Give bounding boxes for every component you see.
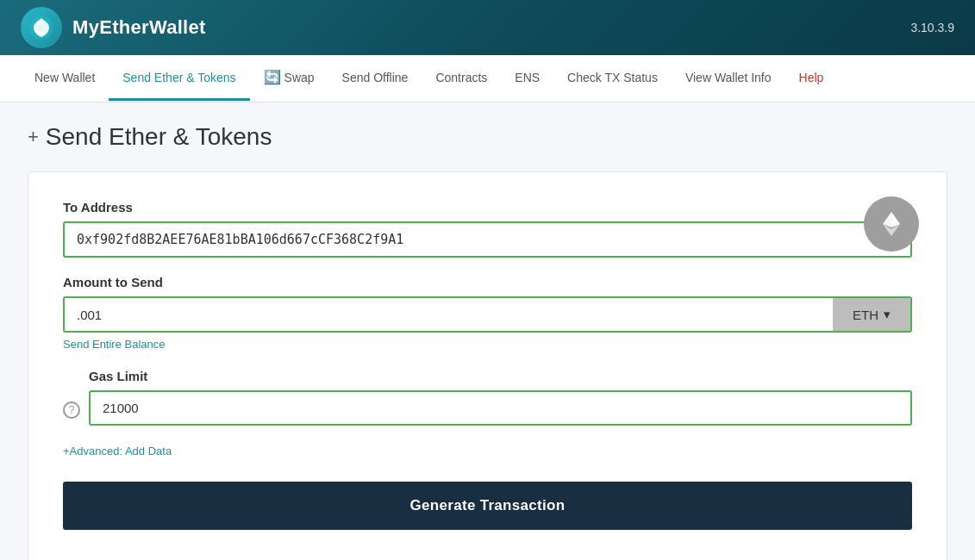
nav-swap-label: Swap bbox=[284, 71, 315, 84]
send-form-card: To Address Amount to Send ETH ▾ Send Ent… bbox=[28, 171, 947, 560]
main-nav: New Wallet Send Ether & Tokens 🔄 Swap Se… bbox=[0, 55, 975, 103]
gas-help-icon[interactable]: ? bbox=[63, 401, 80, 419]
app-logo bbox=[21, 7, 62, 48]
app-header: MyEtherWallet 3.10.3.9 bbox=[0, 0, 975, 55]
gas-limit-label: Gas Limit bbox=[89, 369, 912, 383]
currency-dropdown-btn[interactable]: ETH ▾ bbox=[833, 298, 910, 331]
nav-view-wallet[interactable]: View Wallet Info bbox=[672, 57, 785, 101]
page-content: + Send Ether & Tokens To Address Amount … bbox=[0, 103, 975, 560]
send-entire-balance-link[interactable]: Send Entire Balance bbox=[63, 338, 166, 351]
gas-limit-input[interactable] bbox=[89, 390, 912, 426]
nav-swap[interactable]: 🔄 Swap bbox=[250, 55, 328, 102]
to-address-input[interactable] bbox=[63, 221, 912, 258]
gas-limit-row: ? Gas Limit bbox=[63, 369, 912, 426]
generate-transaction-button[interactable]: Generate Transaction bbox=[63, 482, 912, 530]
to-address-group: To Address bbox=[63, 200, 912, 258]
page-title-row: + Send Ether & Tokens bbox=[28, 123, 947, 151]
amount-row: ETH ▾ bbox=[63, 296, 912, 333]
eth-logo bbox=[864, 196, 919, 252]
swap-icon: 🔄 bbox=[264, 69, 281, 85]
amount-label: Amount to Send bbox=[63, 275, 912, 289]
nav-send-ether[interactable]: Send Ether & Tokens bbox=[109, 57, 249, 101]
app-version: 3.10.3.9 bbox=[910, 21, 954, 34]
nav-help[interactable]: Help bbox=[785, 57, 838, 101]
to-address-label: To Address bbox=[63, 200, 912, 215]
amount-group: Amount to Send ETH ▾ Send Entire Balance bbox=[63, 275, 912, 352]
amount-input[interactable] bbox=[65, 298, 833, 331]
dropdown-arrow-icon: ▾ bbox=[884, 307, 891, 322]
nav-check-tx[interactable]: Check TX Status bbox=[553, 57, 672, 101]
plus-icon: + bbox=[28, 126, 39, 148]
advanced-link[interactable]: +Advanced: Add Data bbox=[63, 445, 172, 457]
gas-field-wrap: Gas Limit bbox=[89, 369, 912, 426]
app-name: MyEtherWallet bbox=[72, 16, 206, 39]
page-title: Send Ether & Tokens bbox=[46, 123, 272, 151]
nav-contracts[interactable]: Contracts bbox=[422, 57, 501, 101]
header-left: MyEtherWallet bbox=[21, 7, 206, 48]
nav-new-wallet[interactable]: New Wallet bbox=[21, 57, 109, 101]
currency-label: ETH bbox=[853, 308, 878, 322]
nav-ens[interactable]: ENS bbox=[501, 57, 553, 101]
nav-send-offline[interactable]: Send Offline bbox=[328, 57, 422, 101]
